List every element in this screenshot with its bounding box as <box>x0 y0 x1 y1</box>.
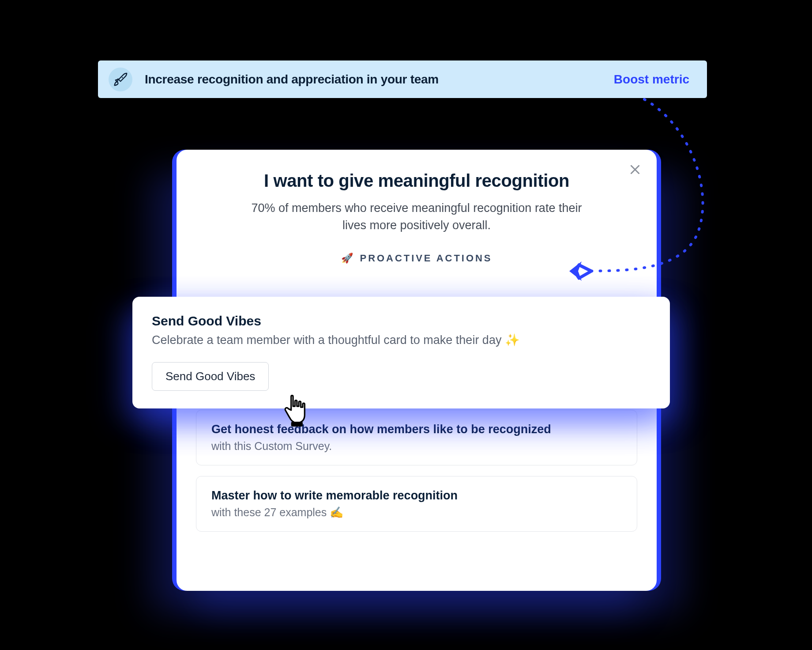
boost-banner: Increase recognition and appreciation in… <box>98 60 707 98</box>
section-label: 🚀 PROACTIVE ACTIONS <box>177 253 657 264</box>
close-icon[interactable] <box>628 163 642 176</box>
action-row[interactable]: Master how to write memorable recognitio… <box>196 476 637 532</box>
highlighted-desc: Celebrate a team member with a thoughtfu… <box>152 333 650 347</box>
highlighted-title: Send Good Vibes <box>152 314 650 329</box>
banner-title: Increase recognition and appreciation in… <box>145 72 614 87</box>
send-good-vibes-button[interactable]: Send Good Vibes <box>152 362 269 391</box>
modal-subtitle: 70% of members who receive meaningful re… <box>244 200 589 234</box>
action-row-sub: with this Custom Survey. <box>211 440 622 453</box>
action-row-title: Master how to write memorable recognitio… <box>211 489 622 503</box>
boost-metric-link[interactable]: Boost metric <box>614 72 689 87</box>
action-row[interactable]: Get honest feedback on how members like … <box>196 410 637 465</box>
action-row-sub: with these 27 examples ✍️ <box>211 506 622 519</box>
rocket-icon <box>109 68 132 91</box>
modal-title: I want to give meaningful recognition <box>177 171 657 191</box>
action-row-title: Get honest feedback on how members like … <box>211 423 622 436</box>
highlighted-action-card: Send Good Vibes Celebrate a team member … <box>132 297 670 408</box>
actions-list: Get honest feedback on how members like … <box>196 410 637 532</box>
rocket-emoji-icon: 🚀 <box>341 253 355 264</box>
section-label-text: PROACTIVE ACTIONS <box>360 253 492 264</box>
